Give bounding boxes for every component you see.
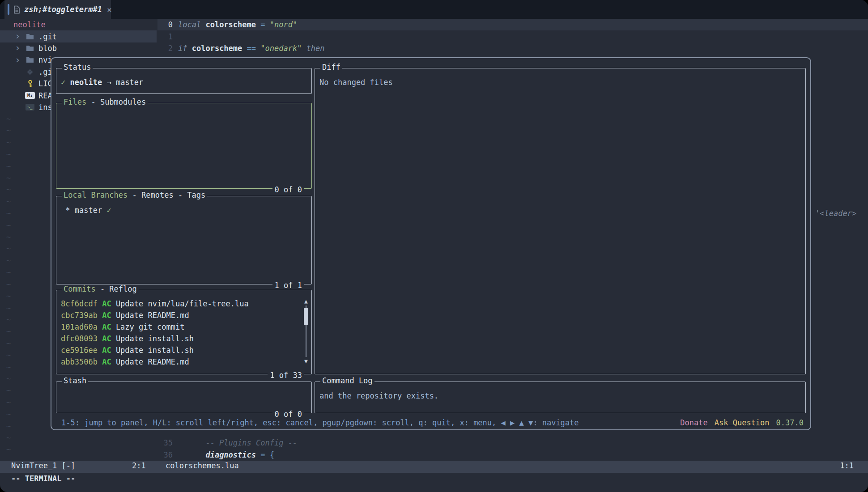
statusline-right-cursor-position: 1:1: [840, 461, 854, 470]
panel-title: Commits - Reflog: [62, 284, 139, 293]
commit-row[interactable]: ce5916ee AC Update install.sh: [61, 344, 300, 356]
code-line: 35 -- Plugins Config --: [157, 437, 868, 449]
code-line: 2 if colorscheme == "onedark" then: [157, 42, 868, 54]
filetree-item-git-folder[interactable]: › .git: [0, 30, 157, 42]
lazygit-stash-panel[interactable]: Stash 0 of 0: [56, 382, 312, 413]
filetree-item-blob-folder[interactable]: › blob: [0, 42, 157, 54]
commit-list: 8cf6dcdf AC Update nvim/lua/file-tree.lu…: [61, 298, 300, 368]
line-number: 2: [157, 44, 173, 53]
panel-title: Diff: [320, 63, 342, 72]
version-label: 0.37.0: [776, 418, 804, 427]
line-number: 1: [157, 32, 173, 41]
branches-count: 1 of 1: [272, 281, 304, 290]
commit-row[interactable]: abb3506b AC Update README.md: [61, 356, 300, 368]
key-icon: [25, 79, 35, 88]
lazygit-diff-panel[interactable]: Diff No changed files: [315, 68, 806, 374]
commit-row[interactable]: cbc739ab AC Update README.md: [61, 310, 300, 321]
commit-row[interactable]: 101ad60a AC Lazy git commit: [61, 321, 300, 333]
scrollbar-track[interactable]: [306, 305, 306, 357]
lazygit-branches-panel[interactable]: Local Branches - Remotes - Tags * master…: [56, 196, 312, 284]
statusline-filename: colorschemes.lua: [166, 461, 239, 470]
command-log-content: and the repository exists.: [319, 390, 438, 402]
panel-title: Status: [62, 63, 93, 72]
status-line: ✓ neolite → master: [61, 76, 143, 88]
commit-row[interactable]: dfc08093 AC Update install.sh: [61, 333, 300, 344]
panel-title: Local Branches - Remotes - Tags: [62, 191, 207, 199]
check-icon: ✓: [61, 78, 65, 87]
lazygit-status-panel[interactable]: Status ✓ neolite → master: [56, 68, 312, 94]
code-line: 1: [157, 30, 868, 42]
tab-active-indicator: [8, 4, 9, 15]
lazygit-command-log-panel[interactable]: Command Log and the repository exists.: [315, 382, 806, 413]
folder-icon: [25, 44, 35, 53]
panel-title: Files - Submodules: [62, 98, 148, 106]
ask-question-link[interactable]: Ask Question: [715, 418, 770, 427]
keybinding-hints: 1-5: jump to panel, H/L: scroll left/rig…: [61, 418, 579, 427]
tab-close-icon[interactable]: ×: [107, 5, 112, 14]
filetree-root-label: neolite: [13, 20, 46, 29]
scroll-down-icon[interactable]: ▼: [304, 358, 308, 364]
nvim-window: zsh;#toggleterm#1 × neolite › .git › blo…: [0, 0, 868, 492]
code-line: 36 diagnostics = {: [157, 449, 868, 460]
lazygit-float-window: Status ✓ neolite → master Files - Submod…: [51, 57, 811, 430]
line-number: 36: [157, 450, 173, 459]
branch-row[interactable]: * master ✓: [61, 204, 111, 216]
files-count: 0 of 0: [272, 185, 304, 194]
donate-link[interactable]: Donate: [680, 418, 707, 427]
statusline-cursor-position: 2:1: [132, 461, 146, 470]
lazygit-files-panel[interactable]: Files - Submodules 0 of 0: [56, 103, 312, 189]
commits-count: 1 of 33: [268, 371, 304, 380]
code-fragment-leader: '<leader>: [815, 208, 856, 219]
folder-icon: [25, 55, 35, 64]
chevron-right-icon[interactable]: ›: [15, 43, 21, 53]
filetree-root[interactable]: neolite: [0, 19, 157, 30]
line-number: 35: [157, 438, 173, 447]
mode-indicator: -- TERMINAL --: [11, 474, 75, 483]
git-icon: [25, 68, 35, 76]
scroll-up-icon[interactable]: ▲: [304, 298, 308, 304]
lazygit-commits-panel[interactable]: Commits - Reflog 8cf6dcdf AC Update nvim…: [56, 290, 312, 374]
statusline: NvimTree_1 [-] 2:1 colorschemes.lua 1:1: [0, 461, 868, 473]
lazygit-keybindings-bar: 1-5: jump to panel, H/L: scroll left/rig…: [61, 417, 804, 428]
panel-title: Command Log: [320, 376, 374, 385]
statusline-buffer-name: NvimTree_1 [-]: [11, 461, 75, 470]
chevron-right-icon[interactable]: ›: [15, 55, 21, 65]
arrow-right-icon: →: [106, 78, 111, 87]
check-icon: ✓: [106, 206, 111, 215]
terminal-icon: >_: [25, 103, 35, 112]
tabline: zsh;#toggleterm#1 ×: [0, 0, 868, 19]
tilde-column: ~ ~ ~ ~ ~ ~ ~ ~ ~ ~ ~ ~ ~ ~ ~ ~ ~ ~ ~ ~ …: [6, 113, 11, 456]
document-icon: [13, 5, 20, 14]
chevron-right-icon[interactable]: ›: [15, 32, 21, 41]
tab-toggleterm[interactable]: zsh;#toggleterm#1 ×: [4, 0, 111, 19]
line-number: 0: [157, 20, 173, 29]
folder-icon: [25, 32, 35, 41]
commits-scrollbar[interactable]: ▲ ▼: [302, 298, 310, 364]
scrollbar-thumb[interactable]: [304, 308, 308, 325]
panel-title: Stash: [62, 376, 88, 385]
tab-title: zsh;#toggleterm#1: [24, 5, 102, 14]
commit-row[interactable]: 8cf6dcdf AC Update nvim/lua/file-tree.lu…: [61, 298, 300, 310]
code-line: 0 local colorscheme = "nord": [157, 19, 868, 30]
markdown-icon: M↓: [25, 91, 35, 100]
diff-content: No changed files: [319, 76, 393, 88]
